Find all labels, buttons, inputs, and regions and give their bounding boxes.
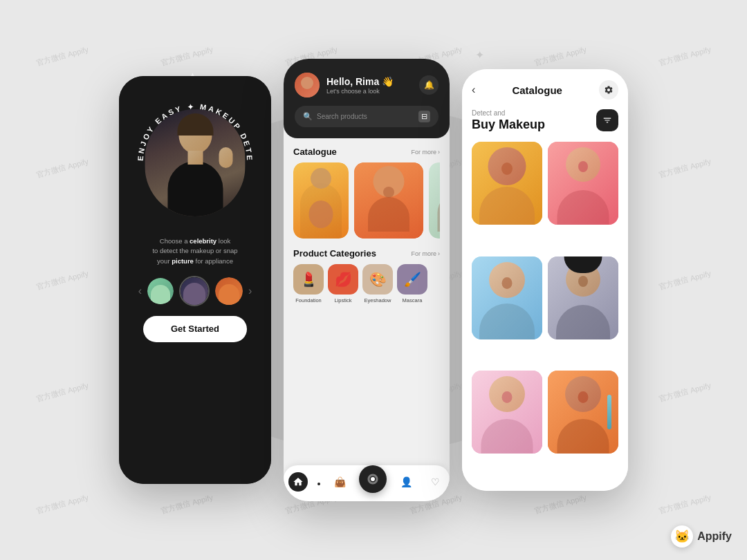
get-started-label: Get Started xyxy=(171,324,219,334)
buy-label: Buy Makeup xyxy=(472,118,545,132)
hello-text: Hello, Rima 👋 xyxy=(326,76,419,87)
appify-logo: 🐱 Appify xyxy=(671,525,732,548)
bottom-nav: 👜 👤 ♡ xyxy=(284,465,450,501)
grid-item-5[interactable] xyxy=(472,371,542,454)
grid-item-4[interactable] xyxy=(548,256,618,339)
mascara-label: Mascara xyxy=(403,297,423,304)
search-bar[interactable]: 🔍 Search products ⊟ xyxy=(295,106,439,127)
phones-container: ENJOY EASY ✦ MAKEUP DETECTION xyxy=(0,0,747,560)
filter-icon[interactable]: ⊟ xyxy=(418,111,430,122)
grid-item-2[interactable] xyxy=(548,142,618,225)
product-more-label: For more xyxy=(411,250,436,257)
phone3-top-nav: ‹ Catalogue xyxy=(472,80,618,100)
user-avatar[interactable] xyxy=(295,73,320,97)
prev-arrow[interactable]: ‹ xyxy=(138,285,142,297)
more-label: For more xyxy=(411,149,436,156)
svg-point-1 xyxy=(371,477,375,481)
phone2-header: Hello, Rima 👋 Let's choose a look 🔔 🔍 Se… xyxy=(284,59,450,138)
notification-bell[interactable]: 🔔 xyxy=(419,75,439,95)
body-shape xyxy=(167,161,223,216)
nav-home-dot xyxy=(317,481,320,485)
catalogue-subtitle: Detect and Buy Makeup xyxy=(472,109,618,132)
appify-name: Appify xyxy=(697,530,732,543)
settings-button[interactable] xyxy=(599,80,618,100)
curved-text-container: ENJOY EASY ✦ MAKEUP DETECTION xyxy=(129,95,261,227)
celebrity-thumbs[interactable]: ‹ › xyxy=(138,276,252,306)
neck-shape xyxy=(187,151,203,165)
celebrity-thumb-3[interactable] xyxy=(215,277,243,305)
greeting-text: Hello, Rima 👋 Let's choose a look xyxy=(326,76,419,95)
phone1-description: Choose a celebrity lookto detect the mak… xyxy=(152,236,237,266)
catalogue-grid xyxy=(472,142,618,480)
greeting-row: Hello, Rima 👋 Let's choose a look 🔔 xyxy=(295,73,439,97)
catalogue-page-title: Catalogue xyxy=(512,84,562,96)
product-cats-header: Product Categories For more › xyxy=(293,248,440,259)
detect-buy-heading: Detect and Buy Makeup xyxy=(472,109,545,132)
nav-profile[interactable]: 👤 xyxy=(396,472,416,492)
get-started-button[interactable]: Get Started xyxy=(143,316,247,342)
search-placeholder-text: Search products xyxy=(317,113,414,120)
person-photo xyxy=(145,109,246,216)
grid-item-1[interactable] xyxy=(472,142,542,225)
catalogue-card-2[interactable] xyxy=(354,162,423,239)
search-icon: 🔍 xyxy=(303,112,313,121)
catalogue-title: Catalogue xyxy=(293,147,337,157)
mascara-icon-box: 🖌️ xyxy=(397,264,427,295)
category-eyeshadow[interactable]: 🎨 Eyeshadow xyxy=(362,264,393,304)
lipstick-icon-box: 💋 xyxy=(328,264,358,295)
appify-emoji: 🐱 xyxy=(674,529,690,544)
avatar-image xyxy=(295,73,320,97)
celebrity-thumb-1[interactable] xyxy=(147,278,174,304)
appify-icon: 🐱 xyxy=(671,525,693,548)
catalogue-scroll xyxy=(293,162,440,239)
phone-3-catalogue: ‹ Catalogue Detect and Buy Makeup xyxy=(462,69,628,491)
foundation-label: Foundation xyxy=(295,297,322,304)
nav-scan-center[interactable] xyxy=(359,465,387,493)
category-lipstick[interactable]: 💋 Lipstick xyxy=(328,264,358,304)
grid-item-6[interactable] xyxy=(548,371,618,454)
eyeshadow-label: Eyeshadow xyxy=(365,297,391,304)
nav-favorites[interactable]: ♡ xyxy=(425,472,445,492)
product-categories-title: Product Categories xyxy=(293,248,376,259)
catalogue-card-1[interactable] xyxy=(293,162,349,239)
back-button[interactable]: ‹ xyxy=(472,84,475,96)
phone2-body: Catalogue For more › xyxy=(284,138,450,465)
catalogue-section-header: Catalogue For more › xyxy=(293,147,440,157)
lipstick-label: Lipstick xyxy=(334,297,351,304)
hair-shape xyxy=(177,113,213,136)
next-arrow[interactable]: › xyxy=(248,285,252,297)
nav-home[interactable] xyxy=(288,472,308,492)
hand-shape xyxy=(219,147,233,168)
celebrity-thumb-2[interactable] xyxy=(179,276,210,306)
foundation-icon: 💄 xyxy=(300,271,317,288)
sub-greeting: Let's choose a look xyxy=(326,88,419,95)
eyeshadow-icon: 🎨 xyxy=(369,271,387,288)
product-categories: 💄 Foundation 💋 Lipstick 🎨 xyxy=(293,264,440,304)
nav-bag[interactable]: 👜 xyxy=(330,472,349,492)
phone-2-home: Hello, Rima 👋 Let's choose a look 🔔 🔍 Se… xyxy=(284,59,450,501)
product-more-link[interactable]: For more › xyxy=(411,250,440,257)
phone-1-intro: ENJOY EASY ✦ MAKEUP DETECTION xyxy=(119,76,271,484)
mascara-icon: 🖌️ xyxy=(404,271,421,288)
category-foundation[interactable]: 💄 Foundation xyxy=(293,264,324,304)
detect-label: Detect and xyxy=(472,109,545,117)
catalogue-more-link[interactable]: For more › xyxy=(411,149,440,156)
category-mascara[interactable]: 🖌️ Mascara xyxy=(397,264,427,304)
catalogue-card-3[interactable] xyxy=(429,162,440,239)
foundation-icon-box: 💄 xyxy=(293,264,324,295)
filter-button[interactable] xyxy=(596,109,618,131)
lipstick-icon: 💋 xyxy=(335,271,352,288)
eyeshadow-icon-box: 🎨 xyxy=(362,264,393,295)
portrait-frame xyxy=(145,109,246,216)
grid-item-3[interactable] xyxy=(472,256,542,339)
